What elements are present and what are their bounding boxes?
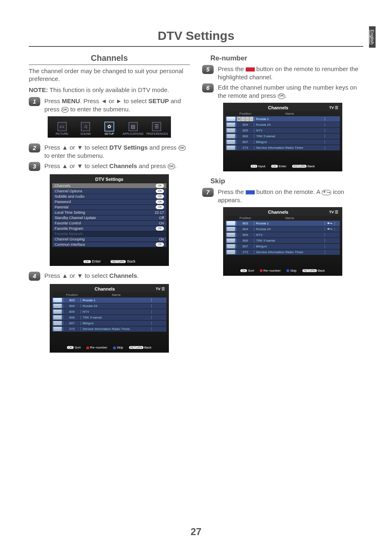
osd-dtv-row: Common InterfaceOK: [52, 242, 166, 247]
sound-icon: ♫: [81, 122, 90, 131]
step-4-text: Press ▲ or ▼ to select Channels.: [44, 272, 190, 280]
step-6: 6 Edit the channel number using the numb…: [202, 83, 363, 99]
lbl: PICTURE: [55, 132, 68, 135]
step-2-text: Press ▲ or ▼ to select DTV Settings and …: [44, 143, 190, 159]
ch: Channels: [109, 272, 137, 279]
t: and press: [148, 144, 178, 151]
osd-dtv-row: ParentalOK: [52, 205, 166, 210]
left-column: Channels The channel order may be change…: [29, 52, 190, 358]
step-2-badge: 2: [29, 143, 40, 152]
preferences-icon: ☰: [152, 122, 161, 131]
t: .: [137, 272, 139, 279]
renumber-heading: Re-number: [210, 54, 363, 62]
ok-icon: OK: [178, 145, 186, 151]
t: to enter the submenu.: [69, 106, 130, 113]
ch: Channels: [109, 162, 137, 169]
t: and press: [137, 162, 168, 169]
osd-dtv-row: Favorite Network: [52, 231, 166, 236]
step-5-badge: 5: [202, 65, 214, 74]
osd-setup-menu: ▭PICTURE ♫SOUND ✿SETUP ▤APPLICATIONS ☰PR…: [48, 116, 171, 138]
ok-pill: OK: [83, 260, 91, 263]
page-title: DTV Settings: [0, 0, 392, 46]
step-2: 2 Press ▲ or ▼ to select DTV Settings an…: [29, 143, 190, 159]
step-3-text: Press ▲ or ▼ to select Channels and pres…: [44, 162, 190, 170]
t: .: [285, 92, 287, 99]
step-5: 5 Press the button on the remote to renu…: [202, 65, 363, 81]
return-pill: RETURN: [111, 260, 126, 263]
osd-dtv-row: Standby Channel UpdateOff: [52, 215, 166, 220]
step-1-text: Press MENU. Press ◄ or ► to select SETUP…: [44, 97, 190, 113]
dtv: DTV Settings: [109, 144, 148, 151]
red-button-icon: [246, 67, 255, 72]
setup-icon: ✿: [105, 122, 114, 131]
osd-dtv-settings: DTV Settings ChannelsOKChannel OptionsOK…: [50, 174, 169, 266]
lbl: APPLICATIONS: [123, 132, 143, 135]
step-7-badge: 7: [202, 188, 214, 197]
step-3-badge: 3: [29, 162, 40, 171]
step-7-text: Press the button on the remote. A 👁↪ ico…: [218, 188, 363, 204]
channels-note: NOTE: This function is only available in…: [29, 86, 190, 94]
osd-channels-4: ChannelsTVPositionName803Rossia 1804Ross…: [50, 284, 169, 353]
t: Press ▲ or ▼ to select: [44, 272, 109, 279]
step-5-text: Press the button on the remote to renumb…: [218, 65, 363, 81]
menu: MENU: [62, 97, 80, 104]
osd-dtv-row: Subtitle and AudioOK: [52, 194, 166, 199]
osd-dtv-title: DTV Settings: [52, 177, 166, 182]
lbl: SETUP: [104, 132, 114, 135]
ok-icon: OK: [168, 164, 175, 169]
lbl: SOUND: [81, 132, 91, 135]
content-columns: Channels The channel order may be change…: [0, 52, 392, 358]
lbl: PREFERENCES: [146, 132, 168, 135]
note-prefix: NOTE:: [29, 86, 48, 93]
enter: Enter: [92, 259, 101, 263]
osd-dtv-row: Local Time Setting22:17: [52, 210, 166, 215]
t: Press the: [218, 65, 246, 72]
t: button on the remote. A: [255, 188, 322, 195]
t: . Press ◄ or ► to select: [80, 97, 148, 104]
t: Edit the channel number using the number…: [218, 84, 357, 99]
t: Press ▲ or ▼ to select: [44, 162, 109, 169]
language-tab: English: [369, 26, 376, 48]
skip-icon: 👁↪: [322, 190, 331, 195]
back: Back: [127, 259, 135, 263]
step-1: 1 Press MENU. Press ◄ or ► to select SET…: [29, 97, 190, 113]
osd-dtv-row: Favorite ProgramOK: [52, 226, 166, 231]
osd-dtv-row: Channel GroupingOn: [52, 237, 166, 242]
osd-tab-setup: ✿SETUP: [99, 122, 120, 135]
osd-dtv-row: Favorite ControlOn: [52, 221, 166, 226]
step-6-text: Edit the channel number using the number…: [218, 83, 363, 99]
picture-icon: ▭: [58, 122, 67, 131]
step-1-badge: 1: [29, 97, 40, 106]
osd-dtv-footer: OKEnter RETURNBack: [52, 259, 166, 263]
osd-dtv-row: Channel OptionsOK: [52, 189, 166, 194]
t: .: [175, 162, 177, 169]
blue-button-icon: [246, 190, 255, 194]
channels-intro: The channel order may be changed to suit…: [29, 67, 190, 83]
t: Press: [44, 97, 62, 104]
step-6-badge: 6: [202, 83, 214, 92]
osd-dtv-row: ChannelsOK: [52, 183, 166, 188]
step-4: 4 Press ▲ or ▼ to select Channels.: [29, 272, 190, 281]
osd-tab-applications: ▤APPLICATIONS: [123, 122, 143, 135]
setup: SETUP: [148, 97, 169, 104]
osd-channels-6: ChannelsTVPositionName8---Rossia 1804Ros…: [223, 103, 342, 171]
page-number: 27: [0, 526, 392, 538]
right-column: Re-number 5 Press the button on the remo…: [202, 52, 363, 358]
ok-icon: OK: [61, 107, 69, 113]
step-7: 7 Press the button on the remote. A 👁↪ i…: [202, 188, 363, 204]
applications-icon: ▤: [129, 122, 138, 131]
note-text: This function is only available in DTV m…: [48, 86, 169, 93]
osd-tab-preferences: ☰PREFERENCES: [146, 122, 167, 135]
channels-heading: Channels: [29, 53, 190, 63]
channels-rule: [29, 65, 190, 65]
osd-tab-sound: ♫SOUND: [75, 122, 96, 135]
osd-channels-7: ChannelsTVPositionName803Rossia 1👁↪804Ro…: [223, 207, 342, 276]
step-3: 3 Press ▲ or ▼ to select Channels and pr…: [29, 162, 190, 171]
step-4-badge: 4: [29, 272, 40, 281]
ok-icon: OK: [278, 93, 285, 99]
skip-heading: Skip: [210, 177, 363, 185]
osd-dtv-row: PasswordOK: [52, 199, 166, 204]
page-title-rule: [29, 46, 363, 47]
t: to enter the submenu.: [44, 152, 104, 159]
osd-tab-picture: ▭PICTURE: [52, 122, 72, 135]
